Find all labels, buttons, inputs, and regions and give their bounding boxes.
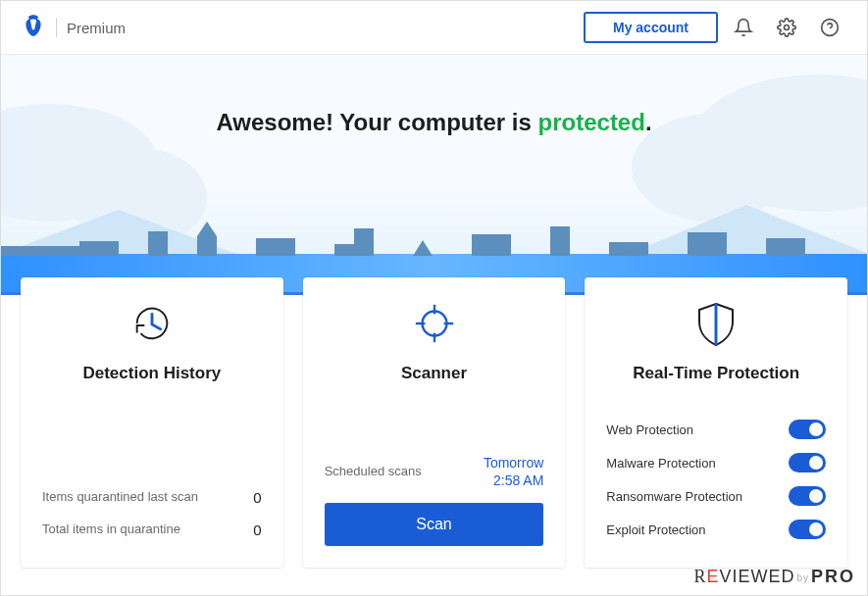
status-prefix: Awesome! Your computer is xyxy=(216,109,537,135)
watermark: REVIEWEDbyPRO xyxy=(693,567,855,587)
scan-button[interactable]: Scan xyxy=(325,503,544,546)
stat-value: 0 xyxy=(253,522,261,538)
stat-row-total-quarantine: Total items in quarantine 0 xyxy=(42,514,262,546)
toggle-label: Web Protection xyxy=(606,422,693,437)
stat-value: 0 xyxy=(253,489,261,506)
detection-history-card[interactable]: Detection History Items quarantined last… xyxy=(21,277,283,568)
my-account-button[interactable]: My account xyxy=(584,12,718,43)
scheduled-time: Tomorrow 2:58 AM xyxy=(484,454,543,489)
stat-label: Items quarantined last scan xyxy=(42,489,198,506)
toggle-malware-protection[interactable] xyxy=(789,453,826,472)
scheduled-scans-row: Scheduled scans Tomorrow 2:58 AM xyxy=(325,454,544,489)
shield-icon xyxy=(606,297,826,350)
history-clock-icon xyxy=(42,297,262,350)
malwarebytes-logo-icon xyxy=(21,13,46,42)
svg-point-2 xyxy=(422,312,446,336)
status-emphasis: protected xyxy=(538,109,645,135)
scheduled-hour: 2:58 AM xyxy=(484,472,543,489)
brand: Premium xyxy=(21,13,126,42)
scanner-card[interactable]: Scanner Scheduled scans Tomorrow 2:58 AM… xyxy=(303,277,566,568)
scheduled-day: Tomorrow xyxy=(484,454,543,472)
toggle-label: Malware Protection xyxy=(606,456,715,471)
status-headline: Awesome! Your computer is protected. xyxy=(1,55,867,136)
toggle-row-ransomware-protection: Ransomware Protection xyxy=(606,479,826,513)
toggle-row-web-protection: Web Protection xyxy=(606,413,826,446)
toggle-web-protection[interactable] xyxy=(789,420,826,439)
scheduled-label: Scheduled scans xyxy=(325,464,422,478)
product-name: Premium xyxy=(67,20,126,36)
skyline-decoration xyxy=(1,217,867,256)
help-icon[interactable] xyxy=(812,10,847,45)
app-header: Premium My account xyxy=(1,1,867,55)
card-title: Real-Time Protection xyxy=(606,364,826,383)
card-title: Detection History xyxy=(42,364,262,383)
status-suffix: . xyxy=(645,109,652,135)
dashboard-cards: Detection History Items quarantined last… xyxy=(1,277,867,568)
toggle-ransomware-protection[interactable] xyxy=(789,486,826,506)
notifications-icon[interactable] xyxy=(726,10,761,45)
card-title: Scanner xyxy=(325,364,544,383)
realtime-protection-card[interactable]: Real-Time Protection Web Protection Malw… xyxy=(585,277,847,568)
stat-label: Total items in quarantine xyxy=(42,522,180,538)
toggle-exploit-protection[interactable] xyxy=(789,520,826,539)
toggle-row-exploit-protection: Exploit Protection xyxy=(606,513,826,546)
toggle-label: Exploit Protection xyxy=(606,522,705,537)
toggle-row-malware-protection: Malware Protection xyxy=(606,446,826,479)
stat-row-quarantined-last-scan: Items quarantined last scan 0 xyxy=(42,481,262,514)
svg-point-0 xyxy=(785,25,790,30)
crosshair-icon xyxy=(325,297,544,350)
brand-divider xyxy=(56,18,57,37)
hero-banner: Awesome! Your computer is protected. xyxy=(1,55,867,295)
toggle-label: Ransomware Protection xyxy=(606,489,742,504)
settings-gear-icon[interactable] xyxy=(769,10,804,45)
